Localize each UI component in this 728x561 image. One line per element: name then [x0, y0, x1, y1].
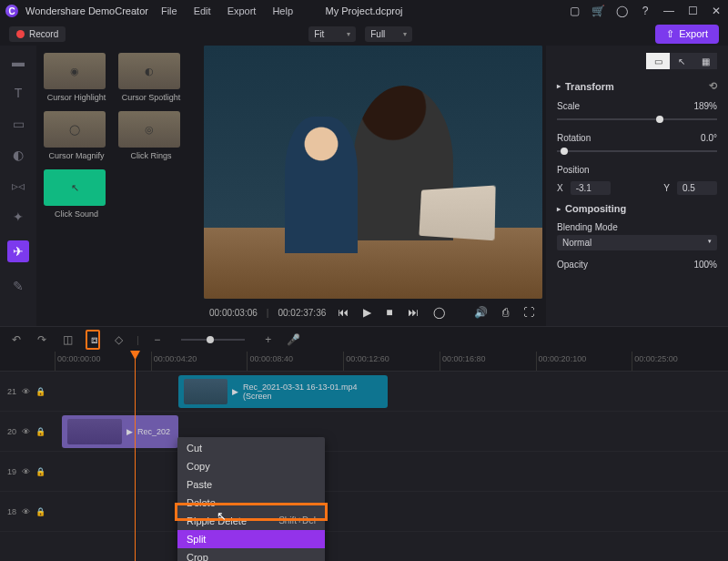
- full-dropdown[interactable]: Full: [365, 26, 412, 42]
- export-button[interactable]: ⇧ Export: [655, 25, 719, 44]
- marker-icon[interactable]: ◇: [111, 333, 126, 346]
- tab-cursor[interactable]: ↖: [670, 53, 693, 69]
- menu-bar: File Edit Export Help: [161, 5, 293, 16]
- clip-label: Rec_2021-03-31 16-13-01.mp4 (Screen: [243, 382, 382, 401]
- fit-dropdown[interactable]: Fit: [308, 26, 356, 42]
- menu-help[interactable]: Help: [272, 5, 293, 16]
- user-icon[interactable]: ◯: [615, 5, 628, 17]
- play-icon: ▶: [232, 387, 238, 396]
- folder-icon[interactable]: ▬: [10, 55, 26, 69]
- main-area: ▬ T ▭ ◐ ▹◃ ✦ ✈ ✎ ◉ Cursor Highlight ◐ Cu…: [0, 46, 728, 326]
- ctx-crop[interactable]: Crop: [177, 548, 325, 561]
- next-frame-icon[interactable]: ⏭: [405, 306, 421, 319]
- upload-icon: ⇧: [666, 28, 674, 40]
- effect-click-rings[interactable]: ◎ Click Rings: [118, 111, 184, 160]
- maximize-icon[interactable]: ☐: [686, 5, 699, 17]
- section-compositing[interactable]: Compositing: [557, 198, 717, 219]
- visibility-icon[interactable]: 👁: [22, 427, 30, 436]
- volume-icon[interactable]: 🔊: [471, 306, 490, 319]
- zoom-slider[interactable]: [181, 339, 245, 341]
- ctx-copy[interactable]: Copy: [177, 457, 325, 475]
- menu-file[interactable]: File: [161, 5, 177, 16]
- record-preview-icon[interactable]: ◯: [430, 306, 448, 319]
- lock-icon[interactable]: 🔒: [35, 467, 46, 476]
- snapshot-icon[interactable]: ⎙: [500, 306, 511, 319]
- track-21[interactable]: 21 👁 🔒 ▶ Rec_2021-03-31 16-13-01.mp4 (Sc…: [0, 372, 728, 412]
- split-button[interactable]: ⧈: [86, 330, 100, 350]
- crop-icon[interactable]: ◫: [60, 333, 75, 346]
- minimize-icon[interactable]: —: [662, 5, 675, 17]
- effect-cursor-magnify[interactable]: ◯ Cursor Magnify: [44, 111, 109, 160]
- reset-transform-icon[interactable]: ⟲: [709, 80, 717, 92]
- menu-export[interactable]: Export: [228, 5, 257, 16]
- export-label: Export: [679, 28, 708, 39]
- undo-icon[interactable]: ↶: [9, 333, 24, 346]
- transition-icon[interactable]: ▹◃: [10, 178, 26, 193]
- visibility-icon[interactable]: 👁: [22, 507, 30, 516]
- ctx-ripple-delete[interactable]: Ripple DeleteShift+Del: [177, 512, 325, 530]
- rotation-label: Rotation: [557, 133, 591, 143]
- close-icon[interactable]: ✕: [710, 5, 723, 17]
- effect-cursor-spotlight[interactable]: ◐ Cursor Spotlight: [118, 53, 184, 102]
- opacity-label: Opacity: [557, 260, 588, 270]
- caption-icon[interactable]: ▭: [10, 117, 26, 131]
- play-icon: ▶: [126, 427, 133, 436]
- cart-icon[interactable]: 🛒: [592, 5, 604, 17]
- opacity-value: 100%: [693, 260, 717, 270]
- play-icon[interactable]: ▶: [360, 306, 374, 319]
- track-19[interactable]: 19 👁 🔒: [0, 452, 728, 492]
- redo-icon[interactable]: ↷: [35, 333, 49, 346]
- brush-icon[interactable]: ✎: [10, 279, 26, 293]
- prev-frame-icon[interactable]: ⏮: [335, 306, 351, 319]
- scale-label: Scale: [557, 101, 580, 111]
- tab-display[interactable]: ▭: [646, 53, 670, 69]
- zoom-out-icon[interactable]: −: [150, 333, 165, 346]
- effects-icon[interactable]: ✦: [10, 209, 26, 224]
- clip-screen-recording[interactable]: ▶ Rec_2021-03-31 16-13-01.mp4 (Screen: [178, 375, 388, 408]
- scale-value: 189%: [693, 101, 717, 111]
- blend-mode-select[interactable]: Normal: [557, 235, 717, 250]
- preview-viewport[interactable]: [204, 46, 542, 299]
- menu-edit[interactable]: Edit: [194, 5, 211, 16]
- window-controls: ▢ 🛒 ◯ ? — ☐ ✕: [568, 5, 723, 17]
- ctx-paste[interactable]: Paste: [177, 475, 325, 494]
- lock-icon[interactable]: 🔒: [35, 507, 46, 516]
- section-transform[interactable]: Transform ⟲: [557, 75, 717, 97]
- app-logo: C: [5, 5, 18, 17]
- tab-template[interactable]: ▦: [693, 53, 717, 69]
- clip-webcam-recording[interactable]: ▶ Rec_202: [62, 415, 178, 448]
- stop-icon[interactable]: ■: [383, 306, 395, 319]
- audio-icon[interactable]: ◐: [10, 148, 26, 162]
- track-20[interactable]: 20 👁 🔒 ▶ Rec_202: [0, 412, 728, 452]
- rotation-slider[interactable]: [557, 150, 717, 152]
- playhead[interactable]: [135, 352, 136, 561]
- clip-thumbnail: [184, 379, 228, 404]
- ctx-cut[interactable]: Cut: [177, 439, 325, 457]
- ctx-delete[interactable]: Delete: [177, 494, 325, 512]
- track-18[interactable]: 18 👁 🔒: [0, 492, 728, 532]
- ctx-split[interactable]: Split: [177, 530, 325, 548]
- timeline-ruler[interactable]: 00:00:00:00 00:00:04:20 00:00:08:40 00:0…: [0, 352, 728, 372]
- pos-x-input[interactable]: -3.1: [571, 181, 611, 195]
- cursor-effects-icon[interactable]: ✈: [7, 240, 29, 262]
- record-label: Record: [29, 29, 58, 39]
- pos-x-label: X: [557, 183, 563, 193]
- scale-slider[interactable]: [557, 118, 717, 120]
- blend-label: Blending Mode: [557, 219, 717, 235]
- visibility-icon[interactable]: 👁: [22, 467, 30, 476]
- effect-click-sound[interactable]: ↖ Click Sound: [44, 169, 109, 219]
- visibility-icon[interactable]: 👁: [22, 387, 30, 396]
- lock-icon[interactable]: 🔒: [35, 387, 46, 396]
- effect-cursor-highlight[interactable]: ◉ Cursor Highlight: [44, 53, 109, 102]
- pos-y-input[interactable]: 0.5: [677, 181, 717, 195]
- zoom-in-icon[interactable]: +: [261, 333, 276, 346]
- help-icon[interactable]: ?: [639, 5, 652, 17]
- fullscreen-icon[interactable]: ⛶: [521, 306, 537, 319]
- text-icon[interactable]: T: [10, 86, 26, 100]
- project-title: My Project.dcproj: [326, 5, 403, 16]
- effects-library: ◉ Cursor Highlight ◐ Cursor Spotlight ◯ …: [36, 46, 200, 326]
- record-button[interactable]: Record: [9, 26, 66, 42]
- inbox-icon[interactable]: ▢: [568, 5, 581, 17]
- mic-icon[interactable]: 🎤: [287, 333, 301, 346]
- lock-icon[interactable]: 🔒: [35, 427, 46, 436]
